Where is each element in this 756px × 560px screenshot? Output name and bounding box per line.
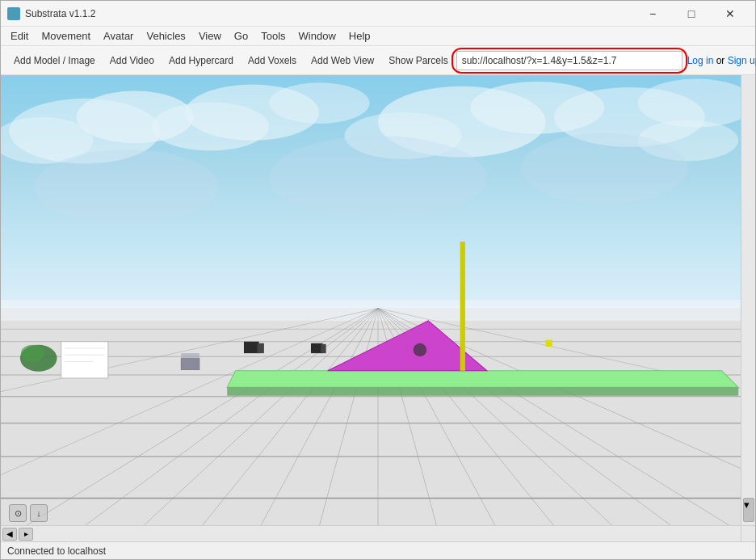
svg-rect-48 — [546, 340, 552, 347]
menu-item-tools[interactable]: Tools — [254, 27, 292, 46]
toolbar-btn-add-web-view[interactable]: Add Web View — [304, 52, 380, 69]
menu-item-go[interactable]: Go — [228, 27, 254, 46]
ground-grid — [1, 75, 755, 541]
scrollbar-bottom[interactable]: ◀ ▸ — [1, 525, 741, 541]
camera-btn-1[interactable]: ⊙ — [9, 504, 27, 522]
menu-item-movement[interactable]: Movement — [35, 27, 97, 46]
scrollbar-corner — [741, 525, 755, 541]
toolbar: Add Model / ImageAdd VideoAdd HypercardA… — [1, 46, 755, 75]
svg-rect-57 — [311, 343, 323, 353]
toolbar-right: Log in or Sign up — [456, 51, 756, 70]
svg-rect-59 — [181, 358, 200, 369]
menu-bar: EditMovementAvatarVehiclesViewGoToolsWin… — [1, 27, 755, 46]
svg-rect-56 — [258, 343, 264, 353]
menu-item-edit[interactable]: Edit — [4, 27, 35, 46]
signup-link[interactable]: Sign up — [728, 55, 756, 66]
app-icon — [7, 7, 20, 20]
maximize-button[interactable]: □ — [673, 1, 710, 27]
toolbar-btn-add-voxels[interactable]: Add Voxels — [242, 52, 303, 69]
svg-rect-47 — [460, 242, 465, 371]
camera-controls: ⊙ ↓ — [9, 504, 48, 522]
toolbar-btn-add-hypercard[interactable]: Add Hypercard — [162, 52, 240, 69]
svg-marker-60 — [181, 353, 200, 358]
scrollbar-right[interactable]: ▾ — [741, 75, 755, 525]
login-link[interactable]: Log in — [687, 55, 714, 66]
menu-item-avatar[interactable]: Avatar — [97, 27, 140, 46]
window-controls: − □ ✕ — [634, 1, 749, 27]
menu-item-view[interactable]: View — [192, 27, 228, 46]
svg-point-54 — [21, 345, 44, 362]
toolbar-btn-add-model---image[interactable]: Add Model / Image — [7, 52, 102, 69]
menu-item-vehicles[interactable]: Vehicles — [140, 27, 191, 46]
close-button[interactable]: ✕ — [712, 1, 749, 27]
menu-item-help[interactable]: Help — [342, 27, 377, 46]
auth-separator: or — [713, 55, 727, 66]
title-bar: Substrata v1.1.2 − □ ✕ — [1, 1, 755, 27]
toolbar-btn-add-video[interactable]: Add Video — [103, 52, 161, 69]
scrollbar-thumb[interactable]: ▾ — [743, 498, 754, 522]
app-window: Substrata v1.1.2 − □ ✕ EditMovementAvata… — [0, 0, 756, 560]
svg-rect-58 — [321, 344, 326, 353]
svg-marker-44 — [227, 387, 738, 395]
url-bar-container — [456, 51, 682, 70]
svg-rect-49 — [61, 342, 108, 378]
scroll-left-arrow[interactable]: ◀ — [2, 528, 17, 541]
camera-btn-2[interactable]: ↓ — [30, 504, 48, 522]
scroll-right-arrow[interactable]: ▸ — [19, 528, 33, 541]
svg-rect-55 — [244, 342, 259, 353]
menu-item-window[interactable]: Window — [292, 27, 342, 46]
toolbar-btn-show-parcels[interactable]: Show Parcels — [382, 52, 454, 69]
status-text: Connected to localhost — [7, 545, 106, 557]
url-input[interactable] — [456, 51, 682, 70]
auth-links: Log in or Sign up — [687, 55, 756, 66]
status-bar: Connected to localhost — [1, 541, 755, 559]
svg-point-46 — [414, 343, 427, 356]
viewport[interactable]: ▾ ◀ ▸ ⊙ ↓ — [1, 75, 755, 541]
svg-marker-43 — [227, 371, 738, 388]
window-title: Substrata v1.1.2 — [25, 8, 634, 19]
minimize-button[interactable]: − — [634, 1, 671, 27]
